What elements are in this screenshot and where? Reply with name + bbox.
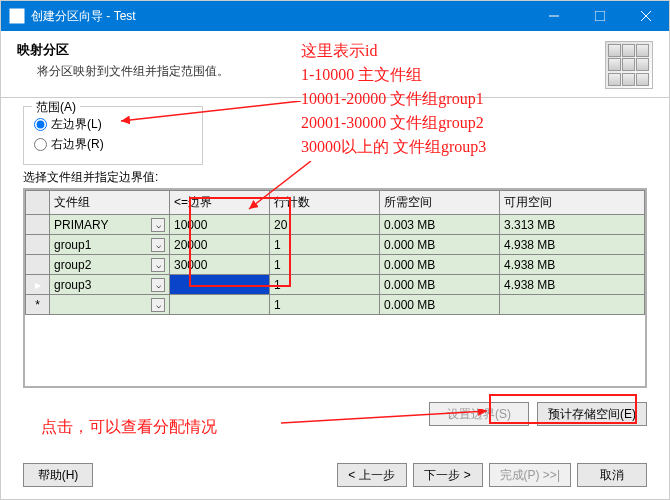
cell-boundary[interactable]: 30000 (170, 255, 270, 275)
cell-boundary[interactable]: 20000 (170, 235, 270, 255)
dropdown-icon[interactable]: ⌵ (151, 258, 165, 272)
dropdown-icon[interactable]: ⌵ (151, 278, 165, 292)
wizard-header: 映射分区 将分区映射到文件组并指定范围值。 (1, 31, 669, 98)
filegroup-grid[interactable]: 文件组 <=边界 行计数 所需空间 可用空间 PRIMARY⌵ 10000 20… (23, 188, 647, 388)
left-boundary-radio[interactable] (34, 118, 47, 131)
table-row[interactable]: group1⌵ 20000 1 0.000 MB 4.938 MB (26, 235, 645, 255)
cell-availspace (500, 295, 645, 315)
close-button[interactable] (623, 1, 669, 31)
range-fieldset: 范围(A) 左边界(L) 右边界(R) (23, 106, 203, 165)
table-row[interactable]: * ⌵ 1 0.000 MB (26, 295, 645, 315)
cell-reqspace: 0.003 MB (380, 215, 500, 235)
cell-availspace: 4.938 MB (500, 275, 645, 295)
cell-fg[interactable]: PRIMARY (54, 218, 108, 232)
col-reqspace[interactable]: 所需空间 (380, 191, 500, 215)
cell-availspace: 4.938 MB (500, 235, 645, 255)
right-boundary-label: 右边界(R) (51, 136, 104, 153)
cell-availspace: 4.938 MB (500, 255, 645, 275)
cell-reqspace: 0.000 MB (380, 275, 500, 295)
left-boundary-label: 左边界(L) (51, 116, 102, 133)
range-legend: 范围(A) (32, 99, 80, 116)
right-boundary-radio[interactable] (34, 138, 47, 151)
app-icon (9, 8, 25, 24)
col-boundary[interactable]: <=边界 (170, 191, 270, 215)
dropdown-icon[interactable]: ⌵ (151, 218, 165, 232)
help-button[interactable]: 帮助(H) (23, 463, 93, 487)
maximize-button[interactable] (577, 1, 623, 31)
svg-rect-3 (595, 11, 605, 21)
row-header-col (26, 191, 50, 215)
cell-rowcount: 1 (270, 235, 380, 255)
cell-rowcount: 1 (270, 295, 380, 315)
cell-rowcount: 1 (270, 255, 380, 275)
prev-button[interactable]: < 上一步 (337, 463, 407, 487)
dropdown-icon[interactable]: ⌵ (151, 238, 165, 252)
page-subtitle: 将分区映射到文件组并指定范围值。 (37, 63, 605, 80)
table-row[interactable]: PRIMARY⌵ 10000 20 0.003 MB 3.313 MB (26, 215, 645, 235)
dropdown-icon[interactable]: ⌵ (151, 298, 165, 312)
cell-reqspace: 0.000 MB (380, 235, 500, 255)
set-boundary-button: 设置边界(S) (429, 402, 529, 426)
col-availspace[interactable]: 可用空间 (500, 191, 645, 215)
grid-label: 选择文件组并指定边界值: (23, 169, 647, 186)
cell-availspace: 3.313 MB (500, 215, 645, 235)
cell-reqspace: 0.000 MB (380, 295, 500, 315)
cell-rowcount: 20 (270, 215, 380, 235)
cell-fg[interactable]: group1 (54, 238, 91, 252)
window-title: 创建分区向导 - Test (31, 8, 531, 25)
cell-rowcount: 1 (270, 275, 380, 295)
finish-button: 完成(P) >>| (489, 463, 571, 487)
page-title: 映射分区 (17, 41, 605, 59)
col-rowcount[interactable]: 行计数 (270, 191, 380, 215)
wizard-footer: 帮助(H) < 上一步 下一步 > 完成(P) >>| 取消 (23, 463, 647, 487)
table-row[interactable]: group2⌵ 30000 1 0.000 MB 4.938 MB (26, 255, 645, 275)
titlebar: 创建分区向导 - Test (1, 1, 669, 31)
table-row[interactable]: ▸ group3⌵ 1 0.000 MB 4.938 MB (26, 275, 645, 295)
cell-fg[interactable]: group3 (54, 278, 91, 292)
next-button[interactable]: 下一步 > (413, 463, 483, 487)
cell-boundary[interactable]: 10000 (170, 215, 270, 235)
cell-boundary[interactable] (170, 275, 270, 295)
estimate-space-button[interactable]: 预计存储空间(E) (537, 402, 647, 426)
cancel-button[interactable]: 取消 (577, 463, 647, 487)
col-filegroup[interactable]: 文件组 (50, 191, 170, 215)
header-icon (605, 41, 653, 89)
cell-fg[interactable]: group2 (54, 258, 91, 272)
minimize-button[interactable] (531, 1, 577, 31)
cell-reqspace: 0.000 MB (380, 255, 500, 275)
cell-boundary[interactable] (170, 295, 270, 315)
